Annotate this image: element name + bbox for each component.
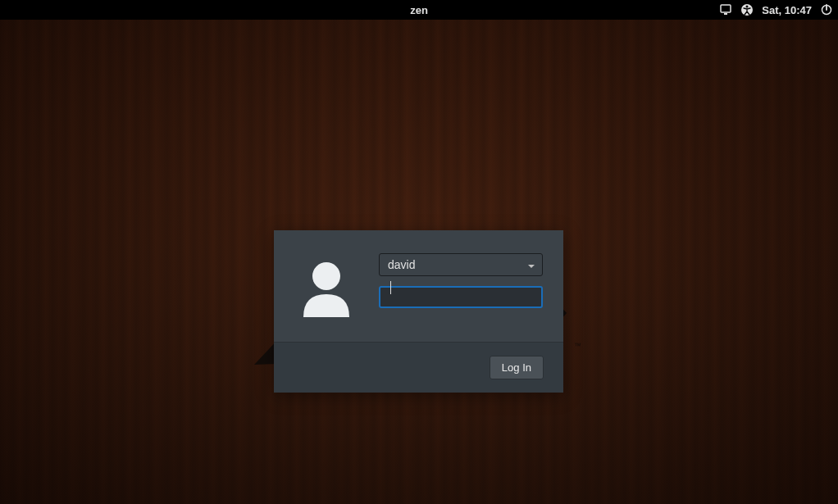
power-icon[interactable]	[820, 3, 833, 16]
user-avatar-icon	[298, 258, 354, 317]
top-bar-right: Sat, 10:47	[719, 3, 838, 16]
password-input-wrapper	[379, 276, 543, 308]
username-select[interactable]: david	[379, 253, 543, 276]
login-panel: david Log In	[274, 230, 563, 393]
svg-point-4	[746, 6, 749, 8]
text-cursor	[390, 281, 391, 294]
avatar	[298, 253, 354, 320]
login-footer: Log In	[274, 342, 563, 393]
top-bar: zen Sat, 10:47	[0, 0, 838, 20]
svg-point-7	[312, 262, 340, 290]
password-input[interactable]	[379, 286, 543, 308]
accessibility-icon[interactable]	[740, 3, 754, 16]
svg-rect-1	[721, 5, 731, 12]
datetime-label[interactable]: Sat, 10:47	[762, 4, 812, 16]
svg-rect-2	[724, 13, 727, 15]
hostname-label: zen	[410, 4, 428, 16]
display-icon[interactable]	[719, 3, 732, 16]
username-selected-label: david	[388, 258, 415, 271]
login-button[interactable]: Log In	[490, 356, 544, 379]
login-fields: david	[379, 253, 543, 308]
chevron-down-icon	[527, 258, 535, 271]
login-main: david	[274, 230, 563, 342]
